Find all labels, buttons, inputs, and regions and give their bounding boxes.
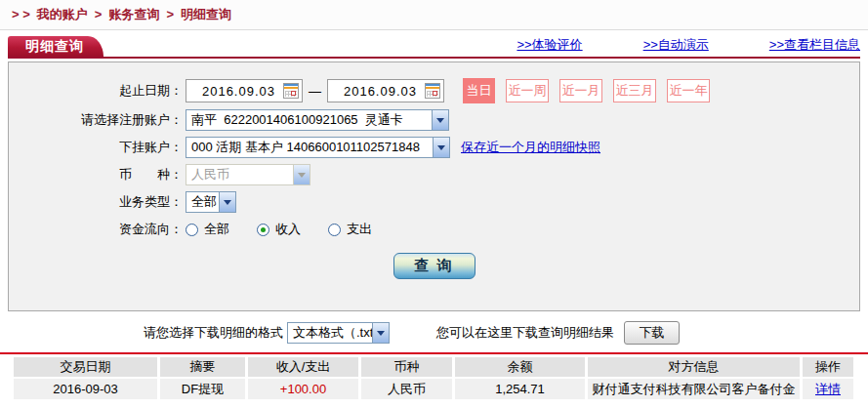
fund-flow-option-expense-label: 支出 <box>347 221 372 238</box>
sub-account-label: 下挂账户： <box>9 139 183 156</box>
fund-flow-row: 资金流向： 全部 收入 支出 <box>9 219 859 240</box>
cell-transaction-date: 2016-09-03 <box>14 379 157 399</box>
link-view-column-info[interactable]: >>查看栏目信息 <box>769 36 860 54</box>
save-snapshot-link[interactable]: 保存近一个月的明细快照 <box>461 139 600 156</box>
cell-currency: 人民币 <box>361 379 452 399</box>
business-type-select[interactable]: 全部 <box>186 191 236 213</box>
cell-balance: 1,254.71 <box>455 379 585 399</box>
col-header-income-expense: 收入/支出 <box>248 357 358 377</box>
register-account-row: 请选择注册账户： 南平 6222001406100921065 灵通卡 <box>9 109 859 131</box>
breadcrumb-item-account-query[interactable]: 账务查询 <box>108 7 159 21</box>
register-account-value: 南平 6222001406100921065 灵通卡 <box>186 110 432 130</box>
date-separator: — <box>309 84 321 99</box>
detail-link[interactable]: 详情 <box>815 382 841 396</box>
chevron-down-icon <box>293 165 310 184</box>
last-year-button[interactable]: 近一年 <box>667 79 710 102</box>
currency-label: 币 种： <box>9 166 183 184</box>
end-date-input[interactable]: 2016.09.03 <box>327 79 444 102</box>
col-header-summary: 摘要 <box>160 357 245 377</box>
download-format-label: 请您选择下载明细的格式 <box>144 324 283 342</box>
business-type-label: 业务类型： <box>9 193 183 211</box>
sub-account-value: 000 活期 基本户 1406600101102571848 <box>186 138 433 157</box>
download-row: 请您选择下载明细的格式 文本格式（.txt） 您可以在这里下载查询明细结果 下载 <box>144 320 868 346</box>
breadcrumb-item-detail-query[interactable]: 明细查询 <box>181 7 231 21</box>
chevron-down-icon <box>219 192 235 212</box>
breadcrumb-item-my-account[interactable]: 我的账户 <box>37 7 88 21</box>
date-range-label: 起止日期： <box>9 82 183 100</box>
download-format-select[interactable]: 文本格式（.txt） <box>287 322 390 344</box>
col-header-action: 操作 <box>803 357 853 377</box>
register-account-label: 请选择注册账户： <box>9 111 183 129</box>
breadcrumb-separator: > <box>166 7 174 21</box>
link-experience-rating[interactable]: >>体验评价 <box>517 36 582 54</box>
col-header-balance: 余额 <box>455 357 585 377</box>
table-row: 2016-09-03 DF提现 +100.00 人民币 1,254.71 财付通… <box>14 379 853 399</box>
start-date-value: 2016.09.03 <box>194 84 283 99</box>
sub-account-row: 下挂账户： 000 活期 基本户 1406600101102571848 保存近… <box>9 137 859 158</box>
breadcrumb-prefix: > > <box>12 7 30 21</box>
fund-flow-radio-income[interactable] <box>257 224 269 236</box>
download-button[interactable]: 下载 <box>624 321 680 345</box>
cell-counterparty: 财付通支付科技有限公司客户备付金 <box>588 379 800 399</box>
chevron-down-icon <box>432 110 448 130</box>
calendar-dot <box>291 91 296 96</box>
sub-account-select[interactable]: 000 活期 基本户 1406600101102571848 <box>186 137 450 158</box>
header-links: >>体验评价 >>自动演示 >>查看栏目信息 <box>517 36 860 57</box>
tab-title: 明细查询 <box>25 38 84 54</box>
col-header-counterparty: 对方信息 <box>588 357 800 377</box>
fund-flow-option-all-label: 全部 <box>204 221 229 238</box>
tab-underline <box>8 57 860 59</box>
chevron-down-icon <box>433 138 449 157</box>
fund-flow-radio-expense[interactable] <box>328 224 341 236</box>
date-range-row: 起止日期： 2016.09.03 — 2016.09.03 当日 近一周 近一月… <box>9 78 859 103</box>
today-button[interactable]: 当日 <box>463 78 495 103</box>
cell-summary: DF提现 <box>160 379 245 399</box>
results-table: 交易日期 摘要 收入/支出 币种 余额 对方信息 操作 2016-09-03 D… <box>11 355 856 401</box>
last-week-button[interactable]: 近一周 <box>506 79 549 102</box>
last-month-button[interactable]: 近一月 <box>559 79 602 102</box>
end-date-calendar-icon[interactable] <box>425 83 440 99</box>
register-account-select[interactable]: 南平 6222001406100921065 灵通卡 <box>186 109 449 131</box>
fund-flow-option-income-label: 收入 <box>275 221 301 238</box>
download-hint: 您可以在这里下载查询明细结果 <box>436 324 614 342</box>
tab-detail-query[interactable]: 明细查询 <box>8 36 103 57</box>
link-auto-demo[interactable]: >>自动演示 <box>643 36 709 54</box>
fund-flow-label: 资金流向： <box>9 221 183 238</box>
breadcrumb-separator: > <box>95 7 103 21</box>
start-date-calendar-icon[interactable] <box>283 83 299 99</box>
last-quarter-button[interactable]: 近三月 <box>613 79 656 102</box>
breadcrumb: > >我的账户>账务查询>明细查询 <box>0 0 868 30</box>
query-button[interactable]: 查 询 <box>393 253 475 279</box>
col-header-transaction-date: 交易日期 <box>14 357 157 377</box>
col-header-currency: 币种 <box>361 357 452 377</box>
fund-flow-radio-group: 全部 收入 支出 <box>186 221 399 238</box>
download-format-value: 文本格式（.txt） <box>288 323 372 343</box>
business-type-row: 业务类型： 全部 <box>9 191 859 213</box>
table-header-row: 交易日期 摘要 收入/支出 币种 余额 对方信息 操作 <box>14 357 853 377</box>
table-top-divider <box>0 352 868 354</box>
chevron-down-icon <box>372 323 389 343</box>
currency-value: 人民币 <box>186 165 293 184</box>
end-date-value: 2016.09.03 <box>336 84 425 99</box>
currency-row: 币 种： 人民币 <box>9 164 859 185</box>
calendar-dot <box>433 91 437 96</box>
fund-flow-radio-all[interactable] <box>186 224 198 236</box>
query-form-panel: 起止日期： 2016.09.03 — 2016.09.03 当日 近一周 近一月… <box>8 61 860 311</box>
tab-bar: 明细查询 >>体验评价 >>自动演示 >>查看栏目信息 <box>8 36 860 57</box>
business-type-value: 全部 <box>186 192 219 212</box>
cell-income-expense: +100.00 <box>248 379 358 399</box>
start-date-input[interactable]: 2016.09.03 <box>186 79 303 102</box>
currency-select: 人民币 <box>186 164 310 185</box>
